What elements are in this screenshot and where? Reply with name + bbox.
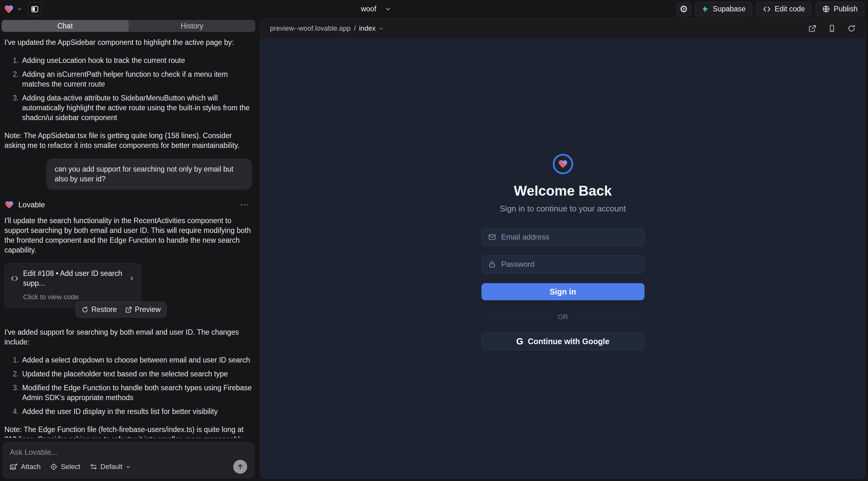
preview-toolbar: preview--woof.lovable.app / index [260, 19, 865, 38]
preview-domain: preview--woof.lovable.app [270, 24, 351, 33]
assistant-paragraph: I've updated the AppSidebar component to… [4, 38, 252, 47]
gear-icon: ⚙ [680, 4, 688, 14]
or-divider: OR [482, 313, 645, 321]
preview-iframe: Welcome Back Sign in to continue to your… [260, 38, 865, 479]
lovable-heart-icon [4, 200, 14, 210]
agent-header: Lovable ⋯ [4, 200, 252, 210]
select-element-button[interactable]: Select [50, 463, 80, 471]
mode-label: Default [100, 463, 123, 471]
chat-mode-button[interactable]: Default [90, 463, 131, 471]
auth-title: Welcome Back [514, 183, 612, 199]
preview-label: Preview [135, 304, 161, 315]
list-item: Added a select dropdown to choose betwee… [21, 355, 252, 365]
chevron-down-icon [379, 26, 383, 31]
code-brackets-icon [763, 5, 771, 13]
composer: Attach Select Default [3, 442, 254, 478]
list-item: Adding data-active attribute to SidebarM… [21, 93, 252, 123]
preview-button[interactable]: Preview [125, 304, 161, 315]
assistant-list: Added a select dropdown to choose betwee… [4, 355, 252, 417]
edit-card-title: Edit #108 • Add user ID search supp... [23, 269, 124, 288]
preview-actions [808, 24, 856, 33]
publish-button[interactable]: Publish [815, 2, 864, 17]
project-name: woof [361, 5, 376, 13]
envelope-icon [488, 233, 496, 241]
path-separator: / [354, 24, 356, 33]
list-item: Added the user ID display in the results… [21, 407, 252, 417]
preview-route: index [359, 24, 376, 33]
chat-input[interactable] [10, 448, 247, 460]
edit-card-title-row: Edit #108 • Add user ID search supp... [10, 269, 135, 288]
assistant-paragraph: I've added support for searching by both… [4, 327, 252, 347]
divider-label: OR [558, 313, 568, 321]
restore-button[interactable]: Restore [82, 304, 117, 315]
sidebar-panel-icon [31, 5, 39, 13]
chat-panel: Chat History I've updated the AppSidebar… [0, 18, 257, 481]
topbar: woof ⚙ Supabase Edit code [0, 0, 868, 18]
supabase-button[interactable]: Supabase [695, 2, 752, 17]
open-in-new-tab-button[interactable] [808, 24, 816, 33]
agent-name: Lovable [18, 200, 45, 210]
project-switcher[interactable]: woof [341, 0, 411, 18]
target-crosshair-icon [50, 463, 58, 471]
tab-chat[interactable]: Chat [2, 20, 129, 32]
code-brackets-icon [10, 274, 19, 283]
password-input[interactable] [501, 260, 638, 269]
heart-icon [558, 159, 568, 169]
toggle-sidebar-button[interactable] [28, 2, 42, 16]
history-arrow-icon [82, 306, 89, 313]
email-field[interactable] [482, 228, 645, 246]
refresh-button[interactable] [847, 24, 856, 33]
google-sign-in-button[interactable]: G Continue with Google [482, 332, 645, 350]
chat-messages[interactable]: I've updated the AppSidebar component to… [0, 32, 257, 438]
chevron-down-icon [385, 6, 391, 12]
attach-label: Attach [21, 463, 40, 471]
auth-card: Welcome Back Sign in to continue to your… [482, 38, 645, 479]
lock-icon [488, 260, 496, 268]
edit-code-button[interactable]: Edit code [756, 2, 812, 17]
lovable-heart-icon [4, 4, 14, 14]
arrow-up-icon [237, 463, 244, 471]
google-label: Continue with Google [528, 337, 610, 346]
send-button[interactable] [233, 460, 247, 474]
assistant-list: Adding useLocation hook to track the cur… [4, 56, 252, 123]
chevron-right-icon[interactable] [129, 275, 135, 282]
assistant-note: Note: The Edge Function file (fetch-fire… [4, 425, 252, 438]
chevron-down-icon [17, 7, 22, 12]
supabase-bolt-icon [702, 5, 709, 13]
restore-label: Restore [91, 304, 117, 315]
app-logo [553, 154, 573, 174]
mobile-view-button[interactable] [828, 24, 836, 33]
composer-toolbar: Attach Select Default [10, 460, 247, 474]
sign-in-button[interactable]: Sign in [482, 283, 645, 300]
tab-history[interactable]: History [129, 20, 256, 32]
divider-line [482, 317, 552, 317]
divider-line [574, 317, 645, 317]
auth-subtitle: Sign in to continue to your account [500, 204, 626, 214]
publish-label: Publish [834, 5, 858, 13]
edit-card[interactable]: Edit #108 • Add user ID search supp... C… [4, 263, 141, 308]
list-item: Adding useLocation hook to track the cur… [21, 56, 252, 65]
chat-history-tabs: Chat History [2, 20, 255, 32]
list-item: Adding an isCurrentPath helper function … [21, 69, 252, 89]
sliders-icon [90, 463, 97, 471]
google-g-icon: G [516, 336, 523, 347]
user-message-bubble: can you add support for searching not on… [46, 159, 252, 190]
email-input[interactable] [501, 233, 638, 242]
list-item: Modified the Edge Function to handle bot… [21, 383, 252, 403]
chevron-down-icon [125, 464, 131, 470]
preview-url-dropdown[interactable]: preview--woof.lovable.app / index [270, 24, 383, 33]
message-menu-button[interactable]: ⋯ [240, 200, 249, 210]
edit-card-subtitle: Click to view code [23, 292, 135, 302]
assistant-note: Note: The AppSidebar.tsx file is getting… [4, 131, 252, 151]
user-message-row: can you add support for searching not on… [4, 159, 252, 190]
lovable-logo-menu[interactable] [4, 4, 22, 14]
settings-button[interactable]: ⚙ [677, 2, 691, 17]
edit-code-label: Edit code [775, 5, 805, 13]
password-field[interactable] [482, 255, 645, 273]
list-item: Updated the placeholder text based on th… [21, 369, 252, 379]
attach-button[interactable]: Attach [10, 463, 40, 471]
topbar-actions: ⚙ Supabase Edit code Publish [677, 2, 864, 17]
preview-panel: preview--woof.lovable.app / index [260, 18, 865, 479]
globe-icon [822, 5, 830, 13]
external-link-icon [125, 306, 132, 313]
